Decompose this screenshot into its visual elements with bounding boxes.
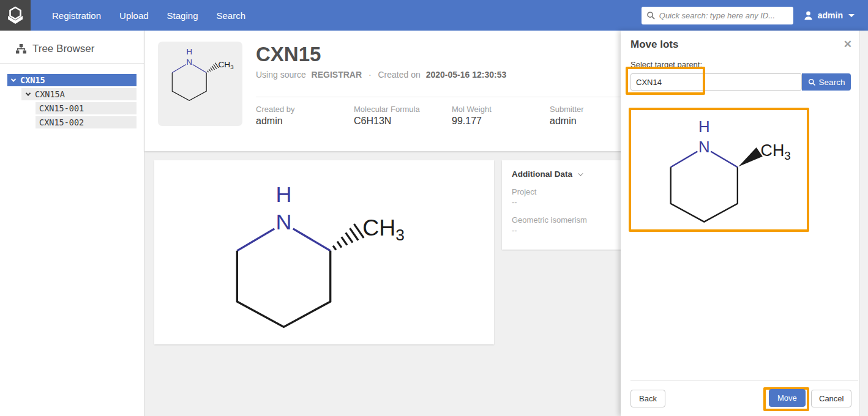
ad-value: -- bbox=[512, 198, 624, 207]
field-value: 99.177 bbox=[452, 116, 550, 127]
source-label: Using source bbox=[256, 70, 306, 80]
target-parent-input[interactable] bbox=[630, 73, 802, 91]
page-title: CXN15 bbox=[256, 43, 321, 66]
field-mol-weight: Mol Weight 99.177 bbox=[452, 105, 550, 127]
svg-text:CH3: CH3 bbox=[761, 141, 791, 162]
nav-item-search[interactable]: Search bbox=[207, 0, 255, 31]
divider bbox=[0, 63, 144, 64]
svg-text:CH3: CH3 bbox=[362, 215, 405, 244]
compound-tree: CXN15 CXN15A CXN15-001 CXN15-002 bbox=[0, 74, 144, 128]
main-menu: Registration Upload Staging Search bbox=[43, 0, 255, 31]
tree-item-label: CXN15-001 bbox=[39, 103, 84, 113]
created-value: 2020-05-16 12:30:53 bbox=[426, 70, 507, 80]
structure-preview-canvas: H N CH3 bbox=[631, 110, 807, 229]
nav-item-registration[interactable]: Registration bbox=[43, 0, 110, 31]
molecule-preview-structure: H N CH3 bbox=[646, 114, 804, 235]
target-structure-preview[interactable]: H N CH3 bbox=[629, 108, 809, 232]
tree-item-cxn15[interactable]: CXN15 bbox=[7, 74, 137, 86]
hexagon-box-logo-icon bbox=[6, 6, 25, 25]
person-icon bbox=[803, 10, 814, 21]
tree-item-label: CXN15A bbox=[35, 89, 65, 99]
field-value: admin bbox=[256, 116, 354, 127]
move-lots-dialog: Move lots ✕ Select target parent: Search… bbox=[621, 31, 868, 416]
nav-item-upload[interactable]: Upload bbox=[110, 0, 158, 31]
user-menu[interactable]: admin bbox=[803, 10, 855, 21]
tree-item-label: CXN15 bbox=[20, 75, 45, 85]
source-value: REGISTRAR bbox=[312, 70, 362, 80]
nav-item-staging[interactable]: Staging bbox=[158, 0, 208, 31]
tree-hierarchy-icon bbox=[15, 43, 27, 54]
search-button-label: Search bbox=[819, 78, 845, 87]
molecule-main-structure: H N CH3 bbox=[203, 176, 424, 346]
search-icon bbox=[808, 78, 816, 86]
ad-label: Project bbox=[512, 187, 624, 196]
svg-text:H: H bbox=[698, 118, 710, 135]
target-parent-label: Select target parent: bbox=[630, 60, 702, 69]
svg-text:N: N bbox=[186, 58, 192, 67]
tree-browser-sidebar: Tree Browser CXN15 CXN15A CXN15-001 CXN1… bbox=[0, 31, 144, 416]
field-molecular-formula: Molecular Formula C6H13N bbox=[354, 105, 452, 127]
compound-thumbnail[interactable]: H N CH3 bbox=[158, 42, 242, 126]
field-label: Mol Weight bbox=[452, 105, 550, 114]
field-value: C6H13N bbox=[354, 116, 452, 127]
tree-item-cxn15-002[interactable]: CXN15-002 bbox=[36, 116, 137, 128]
app-logo[interactable] bbox=[0, 0, 31, 31]
chevron-down-icon[interactable] bbox=[578, 171, 583, 176]
additional-data-title: Additional Data bbox=[512, 169, 572, 179]
move-button[interactable]: Move bbox=[769, 389, 806, 407]
svg-text:CH3: CH3 bbox=[218, 60, 233, 70]
tree-browser-title: Tree Browser bbox=[32, 43, 94, 55]
dot-separator: · bbox=[369, 70, 372, 80]
compound-fields: Created by admin Molecular Formula C6H13… bbox=[256, 105, 648, 127]
structure-canvas-card[interactable]: H N CH3 bbox=[154, 160, 494, 344]
tree-item-label: CXN15-002 bbox=[39, 117, 84, 127]
svg-text:H: H bbox=[186, 47, 192, 56]
additional-data-item: Project -- bbox=[512, 187, 624, 207]
field-created-by: Created by admin bbox=[256, 105, 354, 127]
top-navbar: Registration Upload Staging Search admin bbox=[0, 0, 868, 31]
scrollbar-track[interactable] bbox=[859, 31, 868, 416]
user-name: admin bbox=[818, 10, 843, 20]
quick-search-input[interactable] bbox=[659, 11, 793, 20]
additional-data-item: Geometric isomerism -- bbox=[512, 215, 624, 235]
additional-data-panel: Additional Data Project -- Geometric iso… bbox=[502, 160, 624, 250]
field-label: Molecular Formula bbox=[354, 105, 452, 114]
close-icon[interactable]: ✕ bbox=[844, 38, 852, 51]
tree-browser-header: Tree Browser bbox=[0, 31, 144, 63]
chevron-down-icon[interactable] bbox=[11, 76, 16, 81]
created-label: Created on bbox=[378, 70, 421, 80]
molecule-thumbnail-structure: H N CH3 bbox=[160, 45, 241, 108]
additional-data-toggle[interactable]: Additional Data bbox=[512, 169, 624, 179]
quick-search-box bbox=[642, 7, 793, 24]
dialog-title: Move lots bbox=[630, 39, 678, 51]
ad-label: Geometric isomerism bbox=[512, 215, 624, 225]
tree-item-cxn15a[interactable]: CXN15A bbox=[21, 88, 137, 100]
search-icon bbox=[646, 11, 656, 20]
svg-text:N: N bbox=[698, 138, 710, 155]
svg-text:H: H bbox=[276, 182, 292, 207]
chevron-down-icon bbox=[848, 14, 855, 17]
field-label: Created by bbox=[256, 105, 354, 114]
compound-meta: Using source REGISTRAR · Created on 2020… bbox=[256, 70, 506, 80]
dialog-search-button[interactable]: Search bbox=[802, 73, 851, 91]
chevron-down-icon[interactable] bbox=[26, 91, 31, 95]
divider bbox=[630, 380, 858, 381]
back-button[interactable]: Back bbox=[630, 390, 665, 407]
svg-text:N: N bbox=[276, 209, 292, 234]
tree-item-cxn15-001[interactable]: CXN15-001 bbox=[36, 102, 137, 114]
cancel-button[interactable]: Cancel bbox=[811, 390, 851, 407]
target-search-group: Search bbox=[630, 73, 851, 91]
ad-value: -- bbox=[512, 226, 624, 235]
